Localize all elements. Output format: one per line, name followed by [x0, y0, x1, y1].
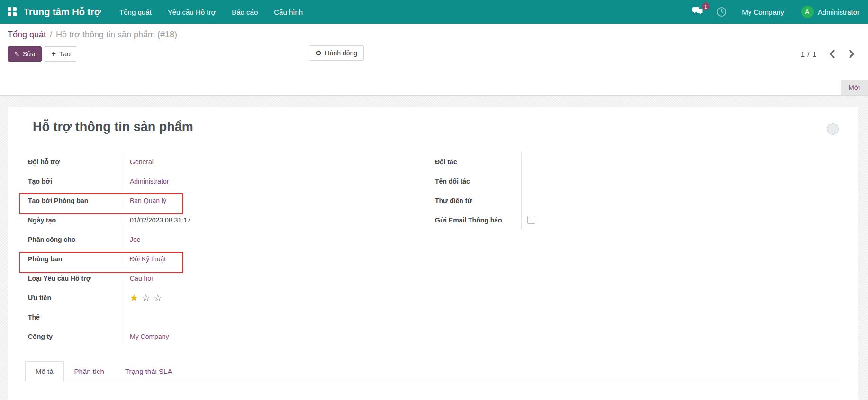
action-menu-button[interactable]: ⚙ Hành động [309, 45, 364, 61]
messages-count-badge: 1 [702, 2, 710, 10]
gear-icon: ⚙ [316, 49, 322, 57]
breadcrumb-parent-link[interactable]: Tổng quát [8, 30, 46, 40]
chevron-right-icon [849, 49, 855, 59]
field-label: Ngày tạo [26, 216, 124, 224]
form-statusbar: Mới [0, 80, 868, 96]
field-row-company: Công ty My Company [26, 327, 343, 346]
field-row-email: Thư điện tử [435, 191, 700, 210]
field-group: Đội hỗ trợ General Tạo bởi Administrator… [25, 152, 841, 346]
control-panel-buttons: ✎ Sửa ✚ Tạo ⚙ Hành động 1 / 1 [8, 45, 860, 62]
action-button-label: Hành động [325, 49, 358, 57]
star-filled-icon[interactable]: ★ [130, 292, 138, 303]
tab-content-description [25, 381, 841, 400]
field-row-ticket-type: Loại Yêu cầu Hỗ trợ Câu hỏi [26, 268, 343, 288]
field-value-team[interactable]: General [130, 158, 154, 166]
tab-bar: Mô tả Phân tích Trạng thái SLA [25, 361, 841, 381]
field-row-partner-name: Tên đối tác [435, 171, 700, 191]
field-row-priority: Ưu tiên ★ ☆ ☆ [26, 288, 343, 307]
menu-item-overview[interactable]: Tổng quát [111, 0, 160, 24]
create-button[interactable]: ✚ Tạo [45, 46, 77, 62]
field-label: Thư điện tử [435, 197, 521, 204]
tab-description[interactable]: Mô tả [25, 361, 64, 381]
star-empty-icon[interactable]: ☆ [142, 292, 150, 303]
plus-icon: ✚ [51, 51, 55, 57]
field-column-right: Đối tác Tên đối tác Thư điện tử Gửi Emai… [435, 152, 700, 346]
form-view-background: Hỗ trợ thông tin sản phẩm Đội hỗ trợ Gen… [0, 96, 868, 400]
pager-next-button[interactable] [849, 49, 855, 59]
breadcrumb-current: Hỗ trợ thông tin sản phẩm (#18) [56, 30, 177, 40]
field-row-assigned-to: Phân công cho Joe [26, 230, 343, 249]
breadcrumb-separator: / [50, 30, 52, 40]
kanban-state-circle[interactable] [827, 123, 839, 135]
field-value-department[interactable]: Đội Kỹ thuật [130, 255, 166, 263]
field-value-tags[interactable] [124, 307, 343, 327]
clock-icon [716, 7, 727, 17]
field-value-company[interactable]: My Company [130, 333, 169, 340]
field-label: Công ty [26, 333, 124, 340]
breadcrumb: Tổng quát / Hỗ trợ thông tin sản phẩm (#… [8, 30, 860, 40]
field-row-department: Phòng ban Đội Kỹ thuật [26, 249, 343, 268]
field-row-created-by: Tạo bởi Administrator [26, 171, 343, 191]
field-label: Gửi Email Thông báo [435, 216, 521, 224]
field-row-created-by-department: Tạo bởi Phòng ban Ban Quản lý [26, 191, 343, 210]
menu-item-reports[interactable]: Báo cáo [224, 0, 266, 24]
form-sheet: Hỗ trợ thông tin sản phẩm Đội hỗ trợ Gen… [8, 107, 858, 400]
field-row-send-notification: Gửi Email Thông báo [435, 210, 700, 230]
company-switcher[interactable]: My Company [735, 8, 790, 16]
record-pager: 1 / 1 [801, 49, 860, 59]
field-label: Loại Yêu cầu Hỗ trợ [26, 275, 124, 282]
field-label: Tạo bởi Phòng ban [26, 197, 124, 204]
field-column-left: Đội hỗ trợ General Tạo bởi Administrator… [26, 152, 343, 346]
user-avatar: A [801, 6, 814, 18]
field-value-partner[interactable] [521, 152, 700, 171]
notebook: Mô tả Phân tích Trạng thái SLA [25, 361, 841, 400]
field-value-ticket-type[interactable]: Câu hỏi [130, 275, 153, 282]
user-menu[interactable]: A Administrator [795, 6, 860, 18]
field-value-assigned-to[interactable]: Joe [130, 236, 141, 243]
edit-button[interactable]: ✎ Sửa [8, 46, 42, 62]
create-button-label: Tạo [59, 50, 71, 58]
field-label: Phân công cho [26, 236, 124, 243]
send-email-notification-checkbox[interactable] [527, 216, 535, 224]
tab-sla-status[interactable]: Trạng thái SLA [115, 361, 183, 381]
pencil-icon: ✎ [14, 51, 19, 58]
control-panel: Tổng quát / Hỗ trợ thông tin sản phẩm (#… [0, 24, 868, 80]
field-label: Đối tác [435, 158, 521, 166]
star-empty-icon[interactable]: ☆ [154, 292, 162, 303]
chevron-left-icon [829, 49, 835, 59]
priority-stars: ★ ☆ ☆ [130, 292, 162, 303]
field-label: Tên đối tác [435, 178, 521, 185]
field-label: Tạo bởi [26, 178, 124, 185]
main-menu: Tổng quát Yêu cầu Hỗ trợ Báo cáo Cấu hìn… [111, 0, 311, 24]
apps-grid-icon[interactable] [8, 7, 17, 17]
user-name: Administrator [818, 8, 859, 16]
top-navbar: Trung tâm Hỗ trợ Tổng quát Yêu cầu Hỗ tr… [0, 0, 868, 24]
field-label: Đội hỗ trợ [26, 158, 124, 166]
ticket-title: Hỗ trợ thông tin sản phẩm [33, 120, 841, 134]
activities-button[interactable] [712, 4, 732, 20]
pager-previous-button[interactable] [829, 49, 835, 59]
menu-item-tickets[interactable]: Yêu cầu Hỗ trợ [160, 0, 224, 24]
field-label: Ưu tiên [26, 294, 124, 302]
field-value-partner-name[interactable] [521, 171, 700, 191]
menu-item-settings[interactable]: Cấu hình [266, 0, 311, 24]
field-row-partner: Đối tác [435, 152, 700, 171]
app-brand-title[interactable]: Trung tâm Hỗ trợ [24, 7, 101, 18]
field-row-team: Đội hỗ trợ General [26, 152, 343, 171]
pager-value: 1 / 1 [801, 50, 817, 58]
field-value-email[interactable] [521, 191, 700, 210]
tab-analysis[interactable]: Phân tích [64, 361, 115, 381]
field-row-tags: Thẻ [26, 307, 343, 327]
messages-button[interactable]: 1 [687, 3, 708, 20]
navbar-right: 1 My Company A Administrator [687, 3, 860, 20]
field-row-created-date: Ngày tạo 01/02/2023 08:31:17 [26, 210, 343, 230]
field-value-created-by-department[interactable]: Ban Quản lý [130, 197, 166, 204]
field-value-created-date: 01/02/2023 08:31:17 [124, 210, 343, 230]
field-label: Phòng ban [26, 255, 124, 263]
edit-button-label: Sửa [23, 50, 36, 58]
field-label: Thẻ [26, 313, 124, 321]
status-stage-new[interactable]: Mới [841, 80, 868, 95]
field-value-created-by[interactable]: Administrator [130, 178, 169, 185]
